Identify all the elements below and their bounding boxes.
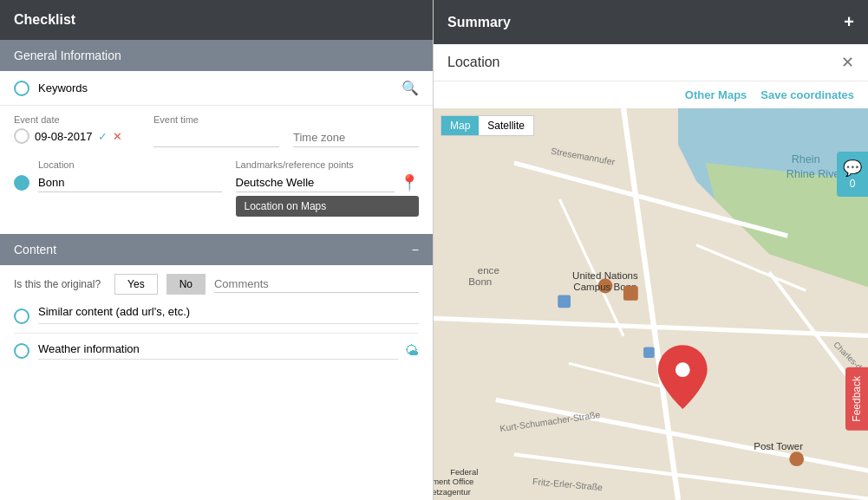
- svg-point-16: [789, 451, 804, 466]
- keywords-circle: [14, 81, 29, 96]
- event-date-time-row: Event date 09-08-2017 ✓ ✕ Event time: [14, 114, 419, 147]
- svg-text:netzagentur: netzagentur: [434, 487, 471, 497]
- svg-point-33: [675, 362, 690, 377]
- event-date-label: Event date: [14, 114, 140, 125]
- weather-label: Weather information: [38, 342, 398, 360]
- map-container: Map Satellite: [434, 108, 868, 500]
- landmarks-group: Landmarks/reference points 📍 Location on…: [236, 159, 420, 217]
- landmarks-input-row: 📍: [236, 173, 420, 192]
- landmarks-input[interactable]: [236, 173, 395, 192]
- feedback-tab[interactable]: Feedback: [845, 367, 868, 431]
- timezone-spacer: [293, 114, 419, 125]
- right-panel-header: Summary +: [434, 0, 868, 44]
- event-time-group: Event time: [153, 114, 279, 147]
- no-button[interactable]: No: [166, 274, 206, 295]
- location-fields-area: Location Landmarks/reference points 📍 Lo…: [38, 159, 419, 225]
- keywords-field: Keywords: [14, 81, 88, 96]
- date-row: 09-08-2017 ✓ ✕: [14, 128, 140, 144]
- original-question: Is this the original?: [14, 278, 101, 290]
- date-clear-icon[interactable]: ✕: [113, 130, 122, 143]
- location-on-maps-tooltip: Location on Maps: [236, 196, 420, 217]
- yes-button[interactable]: Yes: [114, 274, 158, 295]
- content-section: Content − Is this the original? Yes No S…: [0, 234, 433, 500]
- map-toolbar: Other Maps Save coordinates: [434, 81, 868, 108]
- event-date-group: Event date 09-08-2017 ✓ ✕: [14, 114, 140, 147]
- svg-text:Bonn: Bonn: [468, 276, 492, 287]
- general-info-label: General Information: [14, 49, 121, 62]
- collapse-icon[interactable]: −: [412, 243, 419, 256]
- svg-rect-22: [623, 286, 638, 301]
- svg-text:Federal: Federal: [450, 467, 478, 477]
- save-coordinates-link[interactable]: Save coordinates: [760, 88, 854, 101]
- content-header: Content −: [0, 234, 433, 265]
- checklist-title: Checklist: [14, 12, 75, 27]
- timezone-input[interactable]: [293, 128, 419, 147]
- svg-text:Rhein: Rhein: [792, 153, 820, 166]
- location-header: Location ✕: [434, 44, 868, 81]
- right-panel: Summary + Location ✕ Other Maps Save coo…: [434, 0, 868, 500]
- satellite-tab-button[interactable]: Satellite: [479, 116, 533, 135]
- keywords-label: Keywords: [38, 81, 88, 94]
- similar-row: Similar content (add url's, etc.): [14, 305, 419, 334]
- location-form-row: Location Landmarks/reference points 📍 Lo…: [38, 159, 419, 217]
- svg-text:ence: ence: [478, 265, 499, 276]
- event-form-area: Event date 09-08-2017 ✓ ✕ Event time: [0, 106, 433, 156]
- comments-input[interactable]: [214, 276, 419, 293]
- original-row: Is this the original? Yes No: [14, 274, 419, 295]
- other-maps-link[interactable]: Other Maps: [685, 88, 747, 101]
- svg-rect-20: [558, 295, 571, 308]
- svg-text:United Nations: United Nations: [572, 270, 638, 281]
- svg-text:Post Tower: Post Tower: [754, 441, 803, 451]
- keywords-row: Keywords 🔍: [0, 71, 433, 106]
- svg-text:ment Office: ment Office: [434, 477, 473, 486]
- weather-icon[interactable]: 🌤: [405, 343, 419, 359]
- content-label: Content: [14, 243, 56, 256]
- similar-circle: [14, 308, 29, 324]
- location-group: Location: [38, 159, 222, 217]
- date-check-icon[interactable]: ✓: [98, 130, 108, 143]
- timezone-group: [293, 114, 419, 147]
- weather-row: Weather information 🌤: [14, 334, 419, 360]
- similar-content-label: Similar content (add url's, etc.): [38, 305, 419, 324]
- left-panel-header: Checklist: [0, 0, 433, 40]
- location-wrapper: Location Landmarks/reference points 📍 Lo…: [0, 156, 433, 234]
- map-toggle: Map Satellite: [441, 115, 534, 136]
- chat-count: 0: [837, 178, 868, 190]
- svg-rect-21: [643, 347, 655, 358]
- location-label: Location: [38, 159, 222, 170]
- date-value: 09-08-2017: [35, 130, 93, 143]
- summary-title: Summary: [447, 15, 511, 30]
- event-time-input[interactable]: [153, 128, 279, 147]
- close-button[interactable]: ✕: [841, 53, 854, 72]
- search-icon[interactable]: 🔍: [401, 80, 419, 96]
- svg-text:Rhine River: Rhine River: [786, 168, 844, 180]
- content-body: Is this the original? Yes No Similar con…: [0, 265, 433, 500]
- weather-circle: [14, 343, 29, 359]
- location-circle: [14, 175, 29, 191]
- location-panel-title: Location: [447, 55, 500, 70]
- map-svg: United Nations Campus Bonn Post Tower Rh…: [434, 108, 868, 500]
- add-icon[interactable]: +: [844, 12, 854, 32]
- location-pin-icon[interactable]: 📍: [400, 173, 419, 192]
- location-input[interactable]: [38, 173, 222, 192]
- chat-bubble[interactable]: 💬 0: [837, 152, 868, 197]
- map-tab-button[interactable]: Map: [441, 116, 479, 135]
- date-circle: [14, 128, 29, 144]
- event-time-label: Event time: [153, 114, 279, 125]
- tooltip-container: Location on Maps: [236, 196, 420, 217]
- general-info-header: General Information: [0, 40, 433, 71]
- landmarks-label: Landmarks/reference points: [236, 159, 420, 170]
